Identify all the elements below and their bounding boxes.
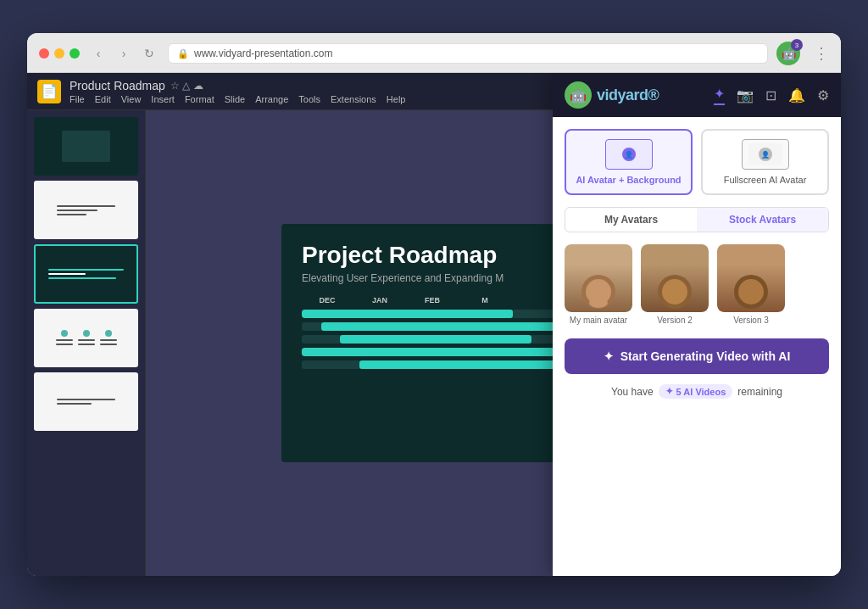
slide-thumbnail-3[interactable]: [34, 244, 138, 303]
menu-file[interactable]: File: [70, 94, 85, 104]
vidyard-mode-cards: 👤 AI Avatar + Background 👤 Fullscreen AI: [565, 129, 829, 195]
slide-thumbnail-5[interactable]: [34, 372, 138, 431]
avatar-label-3: Version 3: [733, 316, 769, 325]
avatar-face-3: [717, 244, 785, 312]
mode-card-avatar-background[interactable]: 👤 AI Avatar + Background: [565, 129, 693, 195]
slides-logo: 📄: [37, 80, 61, 103]
address-bar[interactable]: 🔒 www.vidyard-presentation.com: [168, 43, 768, 64]
menu-arrange[interactable]: Arrange: [255, 94, 288, 104]
generate-label: Start Generating Video with AI: [620, 349, 791, 363]
lock-icon: 🔒: [177, 48, 189, 59]
maximize-button[interactable]: [70, 48, 80, 59]
gantt-col-jan: JAN: [354, 296, 405, 304]
slide-thumbnail-2[interactable]: [34, 181, 138, 239]
url-text: www.vidyard-presentation.com: [194, 47, 332, 59]
screen-icon[interactable]: ⊡: [765, 87, 776, 103]
tab-stock-avatars[interactable]: Stock Avatars: [697, 208, 828, 232]
menu-slide[interactable]: Slide: [225, 94, 245, 104]
menu-help[interactable]: Help: [387, 94, 406, 104]
slide-thumbnail-1[interactable]: [34, 117, 138, 176]
gantt-col-feb: FEB: [407, 296, 458, 304]
remaining-videos: You have ✦ 5 AI Videos remaining: [565, 384, 829, 399]
avatar-label-1: My main avatar: [570, 316, 627, 325]
vidyard-body: 👤 AI Avatar + Background 👤 Fullscreen AI: [553, 117, 841, 576]
camera-icon[interactable]: 📷: [737, 87, 754, 103]
menu-view[interactable]: View: [121, 94, 142, 104]
avatar-background-label: AI Avatar + Background: [576, 175, 681, 185]
slides-title-icons: ☆ △ ☁: [170, 80, 203, 92]
avatar-label-2: Version 2: [657, 316, 693, 325]
menu-insert[interactable]: Insert: [151, 94, 175, 104]
avatar-image-3: [717, 244, 785, 312]
refresh-button[interactable]: ↻: [139, 43, 159, 64]
gantt-col-m: M: [459, 296, 510, 304]
slides-document-title: Product Roadmap ☆ △ ☁: [70, 79, 405, 92]
traffic-lights: [39, 48, 80, 59]
fullscreen-avatar-icon-box: 👤: [742, 139, 789, 170]
remaining-badge-icon: ✦: [665, 386, 673, 397]
slides-menu[interactable]: File Edit View Insert Format Slide Arran…: [70, 94, 405, 104]
remaining-badge: ✦ 5 AI Videos: [659, 384, 733, 399]
vidyard-logo-icon: 🤖: [565, 81, 592, 109]
settings-icon[interactable]: ⚙: [817, 87, 829, 103]
slide-thumbnail-4[interactable]: [34, 309, 138, 367]
vidyard-header: 🤖 vidyard® ✦ 📷 ⊡ 🔔 ⚙: [553, 73, 841, 117]
forward-button[interactable]: ›: [114, 43, 134, 64]
avatar-image-2: [641, 244, 709, 312]
slides-logo-icon: 📄: [41, 83, 58, 99]
avatar-item-3[interactable]: Version 3: [717, 244, 785, 325]
extension-badge: 3: [791, 39, 803, 51]
avatars-grid: My main avatar Version 2: [565, 244, 829, 325]
vidyard-header-icons: ✦ 📷 ⊡ 🔔 ⚙: [714, 86, 829, 105]
avatar-face-1: [565, 244, 632, 312]
remaining-prefix: You have: [611, 386, 654, 398]
menu-extensions[interactable]: Extensions: [331, 94, 376, 104]
slides-title-area: Product Roadmap ☆ △ ☁ File Edit View Ins…: [70, 79, 405, 104]
remaining-count: 5 AI Videos: [676, 387, 726, 397]
vidyard-logo-text: vidyard®: [597, 87, 659, 104]
browser-chrome: ‹ › ↻ 🔒 www.vidyard-presentation.com 🤖 3…: [27, 33, 841, 73]
vidyard-extension-icon[interactable]: 🤖 3: [776, 42, 800, 65]
remaining-suffix: remaining: [737, 386, 782, 398]
browser-menu-button[interactable]: ⋮: [814, 44, 829, 63]
close-button[interactable]: [39, 48, 49, 59]
mode-card-fullscreen-avatar[interactable]: 👤 Fullscreen AI Avatar: [701, 129, 829, 195]
browser-content: 📄 Product Roadmap ☆ △ ☁ File Edit View I…: [27, 73, 841, 576]
avatar-item-2[interactable]: Version 2: [641, 244, 709, 325]
back-button[interactable]: ‹: [88, 43, 108, 64]
gantt-col-dec: DEC: [302, 296, 353, 304]
slides-panel: [27, 110, 146, 576]
avatar-face-2: [641, 244, 709, 312]
minimize-button[interactable]: [54, 48, 64, 59]
menu-edit[interactable]: Edit: [95, 94, 111, 104]
menu-tools[interactable]: Tools: [298, 94, 320, 104]
menu-format[interactable]: Format: [185, 94, 214, 104]
fullscreen-avatar-label: Fullscreen AI Avatar: [724, 175, 807, 185]
sparkle-icon[interactable]: ✦: [714, 86, 725, 105]
tab-my-avatars[interactable]: My Avatars: [565, 208, 697, 232]
bell-icon[interactable]: 🔔: [788, 87, 805, 103]
browser-window: ‹ › ↻ 🔒 www.vidyard-presentation.com 🤖 3…: [27, 33, 841, 576]
vidyard-panel: 🤖 vidyard® ✦ 📷 ⊡ 🔔 ⚙: [553, 73, 841, 576]
vidyard-logo: 🤖 vidyard®: [565, 81, 659, 109]
vidyard-tabs: My Avatars Stock Avatars: [565, 207, 829, 232]
avatar-item-1[interactable]: My main avatar: [565, 244, 632, 325]
generate-icon: ✦: [604, 349, 614, 363]
nav-buttons: ‹ › ↻: [88, 43, 159, 64]
generate-video-button[interactable]: ✦ Start Generating Video with AI: [565, 338, 829, 374]
avatar-image-1: [565, 244, 632, 312]
avatar-background-icon-box: 👤: [605, 139, 653, 170]
